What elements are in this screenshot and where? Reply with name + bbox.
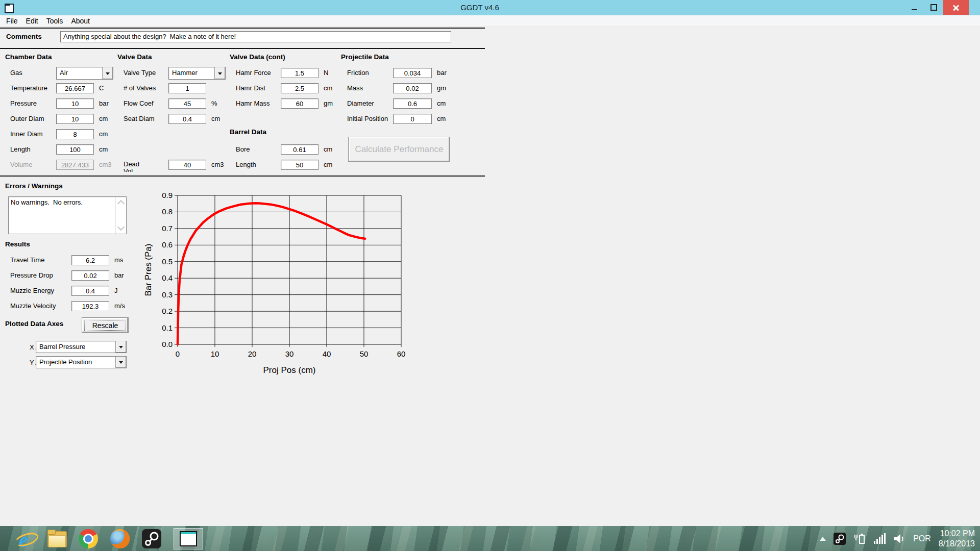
network-icon[interactable] bbox=[873, 533, 886, 545]
valve_cont-hamr-dist-input[interactable]: 2.5 bbox=[281, 83, 318, 93]
ggdt-window-icon bbox=[180, 531, 197, 546]
chevron-down-icon[interactable] bbox=[115, 357, 126, 368]
steam-icon[interactable] bbox=[142, 529, 161, 548]
results-travel-time-label: Travel Time bbox=[10, 256, 44, 264]
valve-dead-vol-input[interactable]: 40 bbox=[168, 160, 206, 170]
projectile-diameter-input[interactable]: 0.6 bbox=[393, 98, 432, 109]
calculate-performance-button[interactable]: Calculate Performance bbox=[348, 137, 450, 162]
section-valve-data-cont: Valve Data (cont) bbox=[230, 53, 285, 61]
projectile-diameter-label: Diameter bbox=[347, 99, 374, 107]
valve_cont-hamr-mass-label: Hamr Mass bbox=[236, 99, 270, 107]
menu-separator bbox=[0, 28, 485, 29]
valve_cont-hamr-force-input[interactable]: 1.5 bbox=[281, 68, 318, 78]
menu-item-edit[interactable]: Edit bbox=[22, 17, 42, 25]
rescale-button[interactable]: Rescale bbox=[82, 317, 129, 333]
section-valve-data: Valve Data bbox=[117, 53, 152, 61]
taskbar-active-app-ggdt[interactable] bbox=[174, 528, 203, 549]
menu-item-about[interactable]: About bbox=[67, 17, 94, 25]
firefox-icon[interactable] bbox=[110, 529, 130, 548]
projectile-initial-position-unit: cm bbox=[437, 115, 446, 122]
projectile-mass-input[interactable]: 0.02 bbox=[393, 83, 432, 93]
show-hidden-icons-button[interactable] bbox=[820, 534, 826, 541]
comments-input[interactable]: Anything special about the design? Make … bbox=[60, 31, 451, 42]
chamber-volume-unit: cm3 bbox=[99, 161, 112, 168]
chart-curve bbox=[178, 203, 365, 344]
chamber-pressure-input[interactable]: 10 bbox=[56, 98, 94, 109]
clock[interactable]: 10:02 PM 8/18/2013 bbox=[939, 529, 975, 549]
svg-text:20: 20 bbox=[248, 349, 257, 358]
svg-text:60: 60 bbox=[397, 349, 406, 358]
scroll-down-icon[interactable] bbox=[117, 223, 125, 231]
valve-valve-type-combobox[interactable]: Hammer bbox=[168, 67, 226, 80]
valve-seat-diam-input[interactable]: 0.4 bbox=[168, 114, 206, 124]
valve-flow-coef-unit: % bbox=[211, 99, 217, 107]
language-indicator[interactable]: POR bbox=[913, 534, 931, 543]
volume-icon[interactable] bbox=[893, 533, 905, 545]
chevron-down-icon[interactable] bbox=[214, 67, 225, 79]
scroll-up-icon[interactable] bbox=[117, 200, 125, 207]
chamber-inner-diam-unit: cm bbox=[99, 130, 108, 138]
file-explorer-icon[interactable] bbox=[47, 529, 66, 548]
valve_cont-hamr-mass-input[interactable]: 60 bbox=[281, 98, 318, 109]
valve_cont-hamr-dist-unit: cm bbox=[324, 84, 332, 92]
chamber-outer-diam-input[interactable]: 10 bbox=[56, 114, 94, 124]
barrel-bore-input[interactable]: 0.61 bbox=[281, 144, 318, 155]
svg-text:0.8: 0.8 bbox=[162, 207, 173, 216]
chevron-down-icon[interactable] bbox=[102, 67, 113, 79]
chrome-icon[interactable] bbox=[79, 529, 98, 548]
y-axis-combobox[interactable]: Projectile Position bbox=[36, 356, 127, 368]
chamber-inner-diam-input[interactable]: 8 bbox=[56, 129, 94, 139]
x-axis-combobox[interactable]: Barrel Pressure bbox=[36, 341, 127, 353]
chamber-length-input[interactable]: 100 bbox=[56, 144, 94, 155]
results-title: Results bbox=[5, 240, 30, 248]
minimize-button[interactable] bbox=[905, 0, 923, 15]
svg-text:0.4: 0.4 bbox=[162, 273, 173, 282]
menubar: FileEditToolsAbout bbox=[0, 15, 980, 27]
arrow-glyph bbox=[119, 346, 123, 350]
arrow-glyph bbox=[218, 72, 222, 77]
results-pressure-drop-label: Pressure Drop bbox=[10, 271, 53, 279]
menu-item-tools[interactable]: Tools bbox=[42, 17, 67, 25]
chevron-down-icon[interactable] bbox=[115, 341, 126, 353]
clock-date: 8/18/2013 bbox=[939, 539, 975, 549]
results-muzzle-velocity-label: Muzzle Velocity bbox=[10, 302, 56, 310]
chamber-pressure-unit: bar bbox=[99, 99, 109, 107]
errors-warnings-box[interactable]: No warnings. No errors. bbox=[8, 196, 127, 234]
barrel-length-input[interactable]: 50 bbox=[281, 160, 318, 170]
folder-tab bbox=[47, 530, 56, 535]
taskbar-apps: e bbox=[15, 526, 203, 551]
results-muzzle-energy-output[interactable]: 0.4 bbox=[71, 286, 109, 296]
close-button[interactable] bbox=[943, 0, 969, 15]
chamber-gas-combobox[interactable]: Air bbox=[56, 67, 113, 80]
valve-dead-vol-unit: cm3 bbox=[211, 161, 224, 168]
projectile-friction-input[interactable]: 0.034 bbox=[393, 68, 432, 78]
scrollbar[interactable] bbox=[115, 197, 126, 234]
results-travel-time-output[interactable]: 6.2 bbox=[71, 255, 109, 265]
results-muzzle-velocity-output[interactable]: 192.3 bbox=[71, 301, 109, 311]
valve-valve-type-label: Valve Type bbox=[124, 69, 156, 77]
power-icon[interactable] bbox=[853, 533, 866, 545]
system-tray: POR 10:02 PM 8/18/2013 bbox=[820, 526, 975, 551]
chart-x-axis-title: Proj Pos (cm) bbox=[263, 365, 316, 375]
projectile-initial-position-input[interactable]: 0 bbox=[393, 114, 432, 124]
projectile-mass-label: Mass bbox=[347, 84, 363, 92]
close-icon bbox=[953, 5, 959, 11]
valve_cont-hamr-force-label: Hamr Force bbox=[236, 69, 271, 77]
chamber-gas-label: Gas bbox=[10, 69, 22, 77]
svg-text:50: 50 bbox=[360, 349, 369, 358]
y-axis-value: Projectile Position bbox=[36, 357, 115, 368]
svg-text:10: 10 bbox=[211, 349, 219, 358]
svg-text:0.2: 0.2 bbox=[162, 307, 173, 315]
chamber-volume-input[interactable]: 2827.433 bbox=[56, 160, 94, 170]
titlebar: GGDT v4.6 bbox=[0, 0, 980, 15]
valve-of-valves-input[interactable]: 1 bbox=[168, 83, 206, 93]
chamber-outer-diam-unit: cm bbox=[99, 115, 108, 122]
restore-button[interactable] bbox=[925, 0, 942, 15]
menu-item-file[interactable]: File bbox=[2, 17, 22, 25]
errors-warnings-text: No warnings. No errors. bbox=[11, 198, 83, 206]
results-pressure-drop-output[interactable]: 0.02 bbox=[71, 270, 109, 281]
chamber-temperature-input[interactable]: 26.667 bbox=[56, 83, 94, 93]
valve-flow-coef-input[interactable]: 45 bbox=[168, 98, 206, 109]
steam-tray-icon[interactable] bbox=[834, 533, 846, 545]
internet-explorer-icon[interactable]: e bbox=[15, 529, 35, 548]
